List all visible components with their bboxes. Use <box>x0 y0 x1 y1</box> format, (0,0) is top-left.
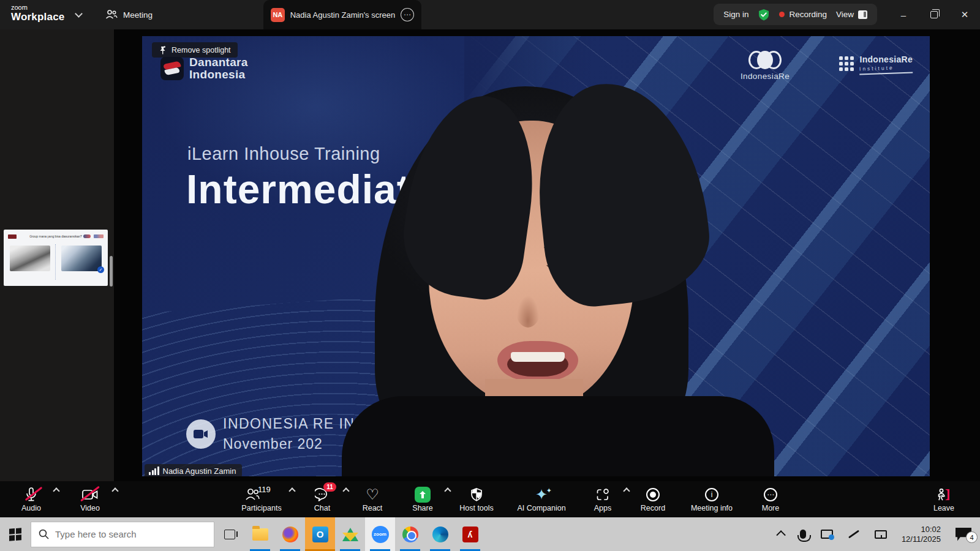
spotlight-video-tile: Remove spotlight Danantara Indonesia Ind… <box>142 36 930 476</box>
sidebar-scrollbar[interactable] <box>110 256 113 287</box>
apps-label: Apps <box>594 504 612 512</box>
thumb-check-icon: ✓ <box>97 266 104 273</box>
meeting-info-button[interactable]: i Meeting info <box>685 481 738 517</box>
share-caret-icon[interactable] <box>444 487 451 494</box>
ai-companion-button[interactable]: ✦ AI Companion <box>513 481 570 517</box>
acrobat-icon: ʎ <box>462 527 478 542</box>
firefox-icon <box>282 527 298 542</box>
windows-logo-icon <box>9 528 21 541</box>
chat-caret-icon[interactable] <box>342 487 349 494</box>
share-screen-icon <box>415 487 431 503</box>
host-tools-button[interactable]: Host tools <box>455 481 498 517</box>
sign-in-button[interactable]: Sign in <box>723 10 748 19</box>
camera-off-icon <box>82 487 98 503</box>
recording-label: Recording <box>789 10 827 19</box>
tray-touchpad-icon[interactable] <box>875 530 887 539</box>
indonesiare-institute-logo: IndonesiaRe Institute <box>839 54 913 74</box>
taskbar-clock[interactable]: 10:02 12/11/2025 <box>902 525 941 544</box>
tab-options-ellipsis-icon[interactable]: ⋯ <box>401 8 414 21</box>
record-label: Record <box>641 504 665 512</box>
tab-screen-share[interactable]: NA Nadia Agustin Zamin's screen ⋯ <box>263 0 421 29</box>
video-button[interactable]: Video <box>72 481 108 517</box>
minimize-button[interactable]: – <box>888 0 919 29</box>
meeting-controls-toolbar: Audio Video 119 <box>0 481 980 517</box>
task-view-button[interactable] <box>214 517 245 551</box>
participant-name: Nadia Agustin Zamin <box>163 467 236 476</box>
taskbar-chrome[interactable] <box>395 517 425 551</box>
close-button[interactable]: ✕ <box>949 0 980 29</box>
pin-icon <box>159 46 167 54</box>
view-layout-icon <box>858 10 867 19</box>
thumb-image-right <box>61 246 102 271</box>
taskbar-firefox[interactable] <box>275 517 305 551</box>
participants-caret-icon[interactable] <box>288 487 295 494</box>
taskbar-file-explorer[interactable] <box>245 517 275 551</box>
meeting-info-label: Meeting info <box>691 504 733 512</box>
zoom-app-icon: zoom <box>372 526 389 543</box>
tray-pen-icon[interactable] <box>848 530 859 539</box>
audio-options-caret-icon[interactable] <box>53 487 59 494</box>
start-button[interactable] <box>0 517 31 551</box>
react-button[interactable]: ♡ React <box>355 481 390 517</box>
titlebar-status-pill: Sign in Recording View <box>714 4 877 25</box>
task-view-icon <box>224 530 235 539</box>
search-input[interactable] <box>55 529 196 539</box>
view-label: View <box>836 10 854 19</box>
recording-indicator[interactable]: Recording <box>779 10 827 19</box>
danantara-logo: Danantara Indonesia <box>160 56 248 81</box>
tray-microphone-icon[interactable] <box>800 530 806 539</box>
leave-button[interactable]: Leave <box>926 481 962 517</box>
slide-footer-line1: INDONESIA RE INS <box>223 416 365 432</box>
slide-subtitle: iLearn Inhouse Training <box>187 144 380 164</box>
clock-time: 10:02 <box>902 525 941 534</box>
system-tray: 10:02 12/11/2025 <box>778 525 980 544</box>
slide-camera-icon <box>186 419 216 449</box>
institute-dots-icon <box>839 56 854 71</box>
record-button[interactable]: Record <box>635 481 671 517</box>
notification-count-badge: 4 <box>966 531 978 543</box>
participants-button[interactable]: 119 Participants <box>233 481 290 517</box>
share-button[interactable]: Share <box>405 481 440 517</box>
restore-button[interactable] <box>919 0 949 29</box>
microphone-muted-icon <box>26 487 37 503</box>
participants-count: 119 <box>258 485 271 494</box>
connection-signal-icon <box>149 467 159 475</box>
tab-meeting[interactable]: Meeting <box>105 0 153 29</box>
security-shield-icon[interactable] <box>758 9 770 21</box>
remove-spotlight-label: Remove spotlight <box>172 46 231 54</box>
tray-chevron-up-icon[interactable] <box>776 530 786 540</box>
workspace-chevron-down-icon[interactable] <box>76 11 83 18</box>
danantara-line1: Danantara <box>189 56 248 69</box>
more-button[interactable]: ⋯ More <box>753 481 788 517</box>
chrome-icon <box>402 527 418 542</box>
video-options-caret-icon[interactable] <box>111 487 118 494</box>
taskbar-outlook[interactable]: O <box>305 517 335 551</box>
shared-slide-thumbnail[interactable]: Group mana yang bisa diasuransikan? ✓ <box>4 230 108 286</box>
participant-name-tag: Nadia Agustin Zamin <box>145 464 242 476</box>
view-button[interactable]: View <box>836 10 867 19</box>
chat-button[interactable]: 11 Chat <box>304 481 340 517</box>
react-label: React <box>363 504 383 512</box>
thumb-image-left <box>10 246 50 271</box>
chat-unread-badge: 11 <box>323 482 336 492</box>
taskbar-acrobat[interactable]: ʎ <box>455 517 485 551</box>
avatar: NA <box>271 8 285 22</box>
tray-display-share-icon[interactable] <box>821 530 833 539</box>
speaker-nose <box>516 293 540 328</box>
search-icon <box>39 529 49 539</box>
audio-button[interactable]: Audio <box>13 481 49 517</box>
heart-icon: ♡ <box>366 487 379 503</box>
taskbar-google-drive[interactable] <box>335 517 365 551</box>
taskbar-edge[interactable] <box>425 517 455 551</box>
speaker-shoulders <box>342 396 774 476</box>
apps-button[interactable]: Apps <box>585 481 620 517</box>
apps-caret-icon[interactable] <box>623 487 630 494</box>
thumb-logo-right-2 <box>94 234 104 238</box>
taskbar-search[interactable] <box>31 522 214 547</box>
tab-screen-share-label: Nadia Agustin Zamin's screen <box>290 10 396 20</box>
share-label: Share <box>412 504 432 512</box>
outlook-icon: O <box>312 527 328 542</box>
taskbar-zoom[interactable]: zoom <box>365 517 395 551</box>
thumbnail-sidebar: Group mana yang bisa diasuransikan? ✓ <box>0 29 114 481</box>
zoom-workplace-logo: zoom Workplace <box>11 4 64 23</box>
